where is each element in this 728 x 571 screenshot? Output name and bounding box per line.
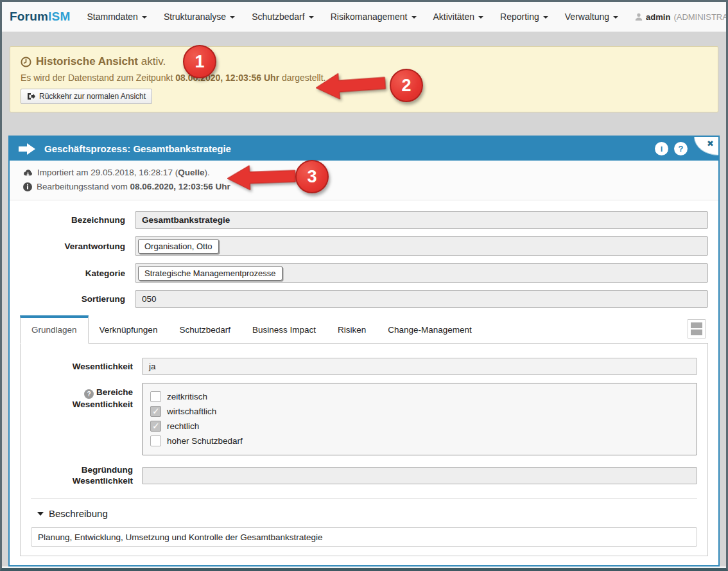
verantwortung-field[interactable]: Organisation, Otto — [135, 236, 708, 256]
tabs-bar: Grundlagen Verknüpfungen Schutzbedarf Bu… — [20, 315, 708, 343]
panel-meta: Importiert am 29.05.2018, 16:28:17 (Quel… — [10, 161, 718, 200]
sign-out-icon — [27, 92, 35, 100]
tab-change-management[interactable]: Change-Management — [377, 316, 483, 343]
caret-down-icon — [230, 16, 235, 19]
sortierung-field[interactable]: 050 — [135, 290, 708, 308]
info-icon — [23, 182, 32, 191]
edit-state-line: Bearbeitungsstand vom 08.06.2020, 12:03:… — [23, 180, 718, 194]
kategorie-label: Kategorie — [10, 268, 125, 278]
caret-down-icon — [142, 16, 147, 19]
verantwortung-chip[interactable]: Organisation, Otto — [138, 239, 219, 254]
nav-item-reporting[interactable]: Reporting — [500, 12, 548, 22]
begruendung-label: Begründung Wesentlichkeit — [31, 464, 133, 486]
checkbox-row: hoher Schutzbedarf — [150, 434, 689, 448]
nav-item-aktivitaeten[interactable]: Aktivitäten — [433, 12, 484, 22]
tab-risiken[interactable]: Risiken — [327, 316, 377, 343]
caret-down-icon — [412, 16, 417, 19]
nav-item-verwaltung[interactable]: Verwaltung — [565, 12, 618, 22]
cloud-download-icon — [23, 169, 33, 177]
checkbox-zeitkritisch[interactable] — [150, 391, 161, 402]
quelle-link[interactable]: Quelle — [178, 168, 204, 177]
business-process-panel: ✖ Geschäftsprozess: Gesamtbankstrategie … — [8, 136, 720, 567]
nav-item-risikomanagement[interactable]: Risikomanagement — [331, 12, 417, 22]
beschreibung-section-toggle[interactable]: Beschreibung — [31, 508, 697, 519]
checkbox-rechtlich[interactable] — [150, 421, 161, 432]
app-window: ForumISM Stammdaten Strukturanalyse Schu… — [0, 0, 728, 571]
clock-icon — [21, 57, 31, 67]
checkbox-row: wirtschaftlich — [150, 404, 689, 419]
collapse-triangle-icon — [37, 512, 44, 516]
nav-item-schutzbedarf[interactable]: Schutzbedarf — [252, 12, 314, 22]
caret-down-icon — [478, 16, 483, 19]
tab-grundlagen[interactable]: Grundlagen — [20, 315, 89, 344]
caret-down-icon — [543, 16, 548, 19]
annotation-arrow-left-3 — [225, 161, 297, 193]
return-to-normal-view-button[interactable]: Rückkehr zur normalen Ansicht — [21, 89, 152, 104]
tab-verknuepfungen[interactable]: Verknüpfungen — [89, 316, 169, 343]
caret-down-icon — [613, 16, 618, 19]
kategorie-field[interactable]: Strategische Managementprozesse — [135, 263, 708, 283]
tab-business-impact[interactable]: Business Impact — [241, 316, 327, 343]
annotation-marker-2: 2 — [390, 69, 423, 102]
begruendung-field[interactable] — [142, 467, 697, 484]
annotation-arrow-left-2 — [313, 67, 387, 103]
user-icon — [635, 13, 643, 21]
help-icon[interactable]: ? — [84, 389, 94, 399]
panel-header: Geschäftsprozess: Gesamtbankstrategie i … — [10, 137, 718, 161]
checkbox-hoher-schutzbedarf[interactable] — [150, 435, 161, 446]
verantwortung-label: Verantwortung — [10, 242, 125, 251]
help-circle-icon[interactable]: ? — [674, 142, 688, 155]
info-circle-icon[interactable]: i — [655, 142, 668, 155]
layout-rows-button[interactable] — [688, 319, 706, 338]
banner-title: Historische Ansicht aktiv. — [21, 55, 707, 68]
divider — [31, 498, 697, 499]
wesentlichkeit-field[interactable]: ja — [142, 358, 697, 375]
bereiche-checkbox-group: zeitkritisch wirtschaftlich rechtlich ho… — [142, 383, 697, 455]
tab-schutzbedarf[interactable]: Schutzbedarf — [168, 316, 241, 343]
import-info-line: Importiert am 29.05.2018, 16:28:17 (Quel… — [23, 166, 718, 180]
bezeichnung-field[interactable]: Gesamtbankstrategie — [135, 211, 708, 229]
wesentlichkeit-label: Wesentlichkeit — [31, 361, 133, 372]
annotation-marker-3: 3 — [295, 160, 329, 193]
checkbox-row: rechtlich — [150, 419, 689, 434]
kategorie-chip[interactable]: Strategische Managementprozesse — [138, 266, 282, 281]
caret-down-icon — [309, 16, 314, 19]
rows-icon — [691, 322, 702, 335]
annotation-marker-1: 1 — [183, 45, 216, 78]
bereiche-wesentlichkeit-label: ?Bereiche Wesentlichkeit — [31, 383, 133, 455]
checkbox-row: zeitkritisch — [150, 389, 689, 404]
sortierung-label: Sortierung — [10, 294, 125, 304]
brand-logo[interactable]: ForumISM — [10, 10, 71, 24]
process-form: Bezeichnung Gesamtbankstrategie Verantwo… — [10, 200, 718, 308]
nav-item-strukturanalyse[interactable]: Strukturanalyse — [164, 12, 235, 22]
top-nav: ForumISM Stammdaten Strukturanalyse Schu… — [2, 2, 726, 32]
bezeichnung-label: Bezeichnung — [10, 215, 125, 225]
close-icon: ✖ — [707, 139, 714, 148]
user-menu[interactable]: admin (ADMINISTRATOR) — [635, 12, 728, 22]
beschreibung-text[interactable]: Planung, Entwicklung, Umsetzung und Kont… — [31, 527, 697, 547]
nav-item-stammdaten[interactable]: Stammdaten — [87, 12, 147, 22]
checkbox-wirtschaftlich[interactable] — [150, 406, 161, 417]
page-footer: ✖ Schließen — [2, 567, 726, 571]
tab-content-grundlagen: Wesentlichkeit ja ?Bereiche Wesentlichke… — [20, 343, 708, 556]
panel-title: Geschäftsprozess: Gesamtbankstrategie — [44, 143, 231, 154]
arrow-right-icon — [19, 143, 35, 155]
